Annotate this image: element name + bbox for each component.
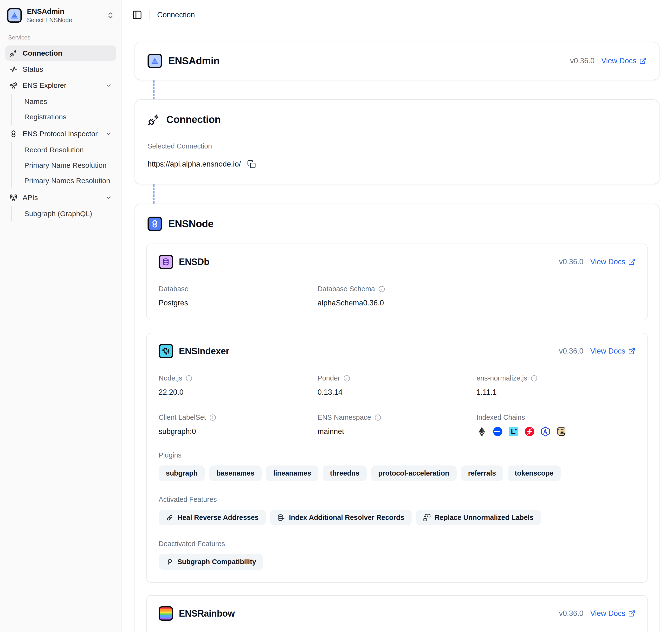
ensadmin-view-docs-link[interactable]: View Docs [601,56,647,65]
ensadmin-logo [147,54,162,68]
plug-zap-icon [147,113,160,126]
info-icon[interactable] [531,375,537,382]
chain-ethereum-icon [477,426,487,437]
field-label-text: ens-normalize.js [477,374,527,382]
info-icon[interactable] [343,375,350,382]
breadcrumb: Connection [157,10,195,19]
feature-pill: Heal Reverse Addresses [159,510,266,526]
external-link-icon [628,258,635,265]
plug-zap-icon [9,49,17,57]
telescope-icon [9,81,17,89]
sidebar-item-status[interactable]: Status [5,62,116,77]
sidebar-item-label: Registrations [24,113,67,121]
info-icon[interactable] [186,375,192,382]
plugin-pill: threedns [323,465,366,481]
activated-features-label: Activated Features [159,495,635,504]
ensdb-card: ENSDb v0.36.0 View Docs Database [146,244,648,320]
sidebar-item-connection[interactable]: Connection [5,46,116,61]
plugin-pill: subgraph [159,465,205,481]
view-docs-label: View Docs [601,56,637,65]
info-icon[interactable] [375,414,381,421]
sidebar-item-label: Subgraph (GraphQL) [24,210,92,218]
plugin-label: subgraph [166,469,198,477]
topbar-divider [149,10,150,20]
indexed-chains-row [477,426,635,437]
ens-namespace-value: mainnet [317,427,476,436]
feature-label: Replace Unnormalized Labels [435,514,534,521]
ensdb-view-docs-link[interactable]: View Docs [590,258,635,266]
database-value: Postgres [159,299,317,307]
chevrons-up-down-icon [106,11,114,19]
sidebar-item-label: ENS Protocol Inspector [23,130,98,138]
ensrainbow-card-title: ENSRainbow [179,608,235,619]
deactivated-features-label: Deactivated Features [159,540,635,548]
copy-url-button[interactable] [247,160,256,168]
ensnode-card: ENSNode ENSDb v0.36.0 [135,203,659,632]
ponder-value: 0.13.14 [317,388,476,397]
ensnode-logo [147,217,162,231]
field-label-text: Client LabelSet [159,413,206,421]
view-docs-label: View Docs [590,609,625,618]
ensindexer-version: v0.36.0 [559,347,583,356]
info-icon[interactable] [378,286,385,292]
sidebar-item-label: Connection [23,49,62,57]
ensindexer-view-docs-link[interactable]: View Docs [590,347,635,356]
plugin-pill: basenames [209,465,262,481]
sidebar-sublist-protocol-inspector: Record Resolution Primary Name Resolutio… [11,142,116,189]
field-indexed-chains: Indexed Chains [477,413,635,437]
field-label-text: ENS Namespace [317,413,371,421]
field-nodejs: Node.js 22.20.0 [159,374,317,397]
sidebar-toggle-button[interactable] [132,10,142,20]
ensindexer-card-title: ENSIndexer [179,346,229,357]
sidebar-item-label: Primary Names Resolution [24,177,110,185]
field-database-schema: Database Schema alphaSchema0.36.0 [317,285,476,307]
sidebar-item-ens-protocol-inspector[interactable]: ENS Protocol Inspector [5,126,116,142]
ensrainbow-logo [159,606,173,621]
card-connector-line [153,184,154,203]
sidebar-sublist-apis: Subgraph (GraphQL) [11,206,116,221]
chevron-down-icon [105,130,112,137]
plugin-pill: referrals [461,465,503,481]
field-label-text: Database [159,285,189,293]
client-labelset-value: subgraph:0 [159,427,317,436]
sidebar-item-primary-names-resolution[interactable]: Primary Names Resolution [21,173,116,189]
ensdb-card-title: ENSDb [179,257,209,267]
topbar: Connection [122,0,672,30]
sidebar-item-primary-name-resolution[interactable]: Primary Name Resolution [21,157,116,173]
bandage-icon [166,514,173,521]
chain-base-icon [493,426,503,437]
ensadmin-card-title: ENSAdmin [168,55,219,67]
chevron-down-icon [105,82,112,89]
external-link-icon [639,57,647,65]
ensdb-logo [159,254,173,269]
sidebar-item-registrations[interactable]: Registrations [21,109,116,125]
radio-tower-icon [9,194,17,201]
ensrainbow-view-docs-link[interactable]: View Docs [590,609,635,618]
sidebar-sublist-ens-explorer: Names Registrations [11,94,116,125]
field-label-text: Node.js [159,374,182,382]
plugin-label: protocol-acceleration [378,469,449,477]
info-icon[interactable] [209,414,216,421]
field-database: Database Postgres [159,285,317,307]
ensnode-selector[interactable]: ENSAdmin Select ENSNode [5,6,116,31]
sidebar-item-apis[interactable]: APIs [5,190,116,205]
sidebar-item-ens-explorer[interactable]: ENS Explorer [5,78,116,93]
sidebar-item-subgraph-graphql[interactable]: Subgraph (GraphQL) [21,206,116,221]
app-subtitle: Select ENSNode [27,17,101,24]
chain-arbitrum-icon [540,426,551,437]
connection-url: https://api.alpha.ensnode.io/ [147,160,241,168]
plugin-pill: protocol-acceleration [371,465,457,481]
ensindexer-logo [159,344,173,358]
replace-icon [423,514,431,521]
plugin-pill: lineanames [266,465,318,481]
database-schema-value: alphaSchema0.36.0 [317,299,476,307]
sidebar-item-record-resolution[interactable]: Record Resolution [21,142,116,157]
sidebar-item-label: Names [24,97,47,106]
field-label-text: Ponder [317,374,340,382]
field-label-text: Indexed Chains [477,413,525,421]
plugin-label: lineanames [273,469,311,477]
ensindexer-card: ENSIndexer v0.36.0 View Docs [146,333,648,583]
selected-connection-label: Selected Connection [147,142,647,150]
sidebar-item-names[interactable]: Names [21,94,116,109]
ens-diamond-icon [9,130,17,138]
